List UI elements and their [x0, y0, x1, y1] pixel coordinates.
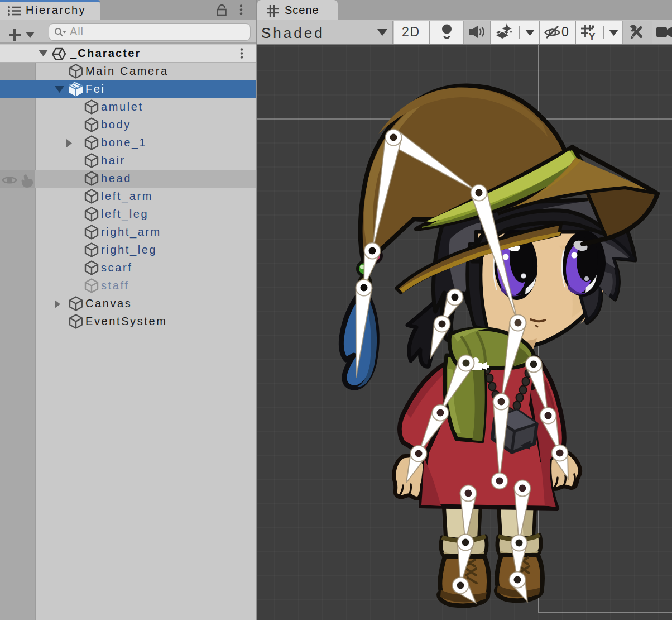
svg-text:Y: Y — [589, 31, 596, 41]
